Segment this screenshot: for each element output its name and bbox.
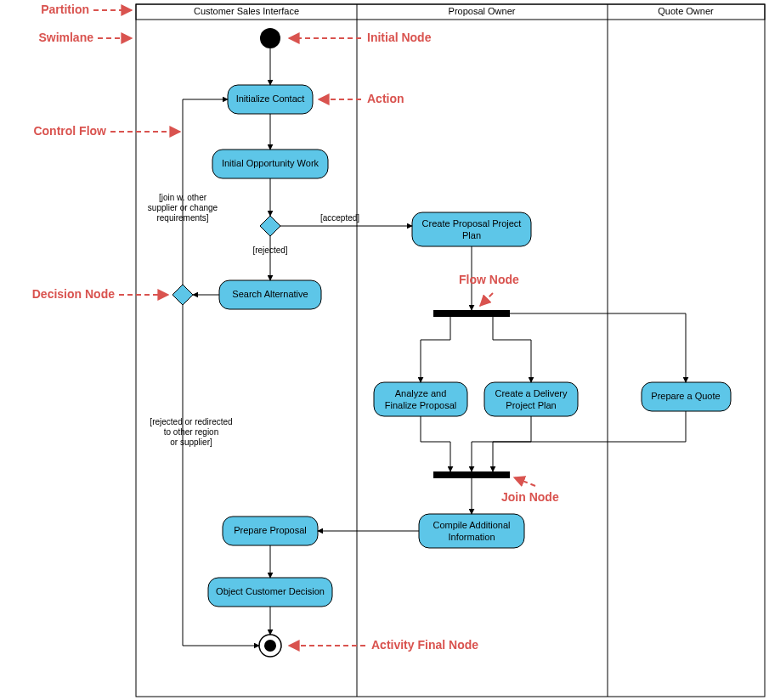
annotation-action: Action	[367, 92, 404, 105]
flow-a5-join	[421, 416, 450, 471]
annotation-partition: Partition	[41, 3, 89, 16]
annotation-decision: Decision Node	[32, 287, 115, 301]
flow-fork-a5	[421, 317, 450, 382]
svg-text:Create a Delivery: Create a Delivery	[495, 388, 568, 398]
guard-accepted: [accepted]	[320, 213, 359, 223]
guard-rr-l1: [rejected or redirected	[150, 417, 232, 426]
annotation-flownode: Flow Node	[459, 273, 519, 286]
flow-fork-a6	[493, 317, 531, 382]
action-search-alternative: Search Alternative	[219, 280, 321, 309]
final-node	[259, 635, 281, 657]
annotation-initial: Initial Node	[367, 31, 432, 44]
initial-node	[260, 28, 280, 48]
svg-text:Compile Additional: Compile Additional	[433, 520, 510, 530]
action-delivery-plan: Create a Delivery Project Plan	[484, 382, 578, 416]
svg-marker-11	[172, 285, 193, 305]
svg-text:Create Proposal Project: Create Proposal Project	[422, 218, 522, 229]
annotation-controlflow: Control Flow	[33, 124, 106, 138]
svg-text:Information: Information	[448, 532, 495, 542]
svg-point-31	[264, 640, 276, 652]
join-node	[433, 471, 510, 478]
svg-text:Plan: Plan	[462, 230, 481, 240]
flow-a7-join	[493, 411, 686, 471]
svg-marker-8	[260, 216, 280, 236]
lane-header-1: Customer Sales Interface	[194, 6, 299, 16]
flow-a6-join	[472, 416, 531, 471]
svg-text:Search Alternative: Search Alternative	[232, 289, 308, 299]
annotation-swimlane: Swimlane	[38, 31, 93, 44]
annotation-joinnode: Join Node	[501, 490, 559, 504]
svg-text:Finalize Proposal: Finalize Proposal	[385, 400, 456, 410]
lane-header-3: Quote Owner	[658, 6, 714, 16]
action-analyze-finalize: Analyze and Finalize Proposal	[374, 382, 467, 416]
flow-d2-a1	[183, 99, 228, 285]
guard-join-l2: supplier or change	[148, 203, 218, 212]
guard-rejected: [rejected]	[252, 246, 287, 255]
flow-fork-a7	[510, 313, 686, 382]
svg-text:Analyze and: Analyze and	[395, 388, 447, 398]
guard-rr-l3: or supplier]	[170, 438, 212, 447]
svg-text:Prepare Proposal: Prepare Proposal	[234, 525, 307, 535]
annotation-arrow-joinnode	[514, 477, 535, 486]
action-prepare-proposal: Prepare Proposal	[223, 517, 318, 545]
svg-text:Initialize Contact: Initialize Contact	[236, 93, 305, 104]
svg-text:Object Customer Decision: Object Customer Decision	[216, 586, 325, 596]
svg-text:Project Plan: Project Plan	[506, 400, 556, 410]
action-initialize-contact: Initialize Contact	[228, 85, 313, 114]
lane-header-2: Proposal Owner	[449, 6, 516, 16]
action-create-proposal-plan: Create Proposal Project Plan	[412, 212, 531, 246]
svg-text:Initial Opportunity Work: Initial Opportunity Work	[222, 158, 319, 168]
guard-join-l1: [join w. other	[159, 193, 207, 202]
svg-text:Prepare a Quote: Prepare a Quote	[651, 391, 720, 401]
action-compile-info: Compile Additional Information	[419, 514, 524, 548]
annotation-arrow-flownode	[480, 293, 493, 306]
annotation-final: Activity Final Node	[371, 638, 478, 652]
decision-node-1	[260, 216, 280, 236]
guard-rr-l2: to other region	[164, 427, 219, 437]
action-prepare-quote: Prepare a Quote	[642, 382, 731, 411]
action-object-decision: Object Customer Decision	[208, 578, 332, 607]
decision-node-2	[172, 285, 193, 305]
fork-node	[433, 310, 510, 317]
action-initial-opportunity: Initial Opportunity Work	[212, 150, 328, 178]
guard-join-l3: requirements]	[156, 213, 208, 223]
